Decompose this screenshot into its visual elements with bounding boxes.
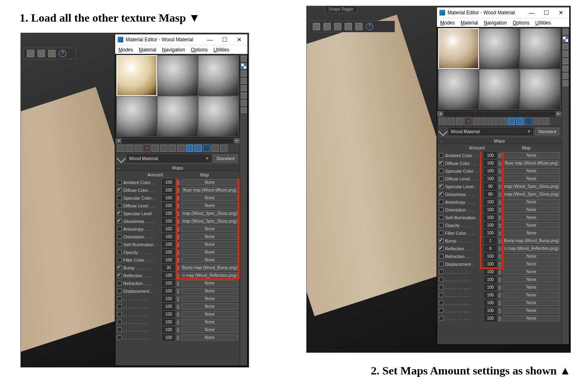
tool-icon[interactable] <box>508 118 515 125</box>
map-checkbox[interactable] <box>117 219 122 223</box>
slot-scrollbar[interactable]: ◄ ► <box>437 111 561 116</box>
map-slot-button[interactable]: None <box>503 214 560 220</box>
amount-field[interactable]: 100 <box>163 311 175 317</box>
menu-material[interactable]: Material <box>461 20 478 26</box>
spinner[interactable]: ▲▼ <box>176 234 180 240</box>
map-checkbox[interactable] <box>117 320 122 324</box>
map-slot-button[interactable]: None <box>503 269 560 275</box>
map-checkbox[interactable] <box>439 207 443 212</box>
map-checkbox[interactable] <box>117 312 122 316</box>
map-slot-button[interactable]: None <box>503 176 560 182</box>
amount-field[interactable]: 100 <box>163 257 175 263</box>
map-checkbox[interactable] <box>439 262 443 266</box>
map-slot-button[interactable]: map (Wood_Spec_Gloss.png) <box>503 191 560 197</box>
spinner[interactable]: ▲▼ <box>498 269 501 275</box>
side-icon[interactable] <box>241 78 247 84</box>
menu-modes[interactable]: Modes <box>440 20 455 26</box>
menu-modes[interactable]: Modes <box>118 47 133 53</box>
side-toolbar[interactable] <box>561 27 569 344</box>
side-icon[interactable] <box>241 71 247 76</box>
help-icon[interactable]: ? <box>59 50 66 57</box>
spinner[interactable]: ▲▼ <box>498 254 501 259</box>
delete-icon[interactable]: ✕ <box>465 118 472 125</box>
amount-field[interactable]: 100 <box>163 319 175 325</box>
amount-field[interactable]: 100 <box>484 214 497 220</box>
map-checkbox[interactable] <box>439 301 443 305</box>
map-checkbox[interactable] <box>439 285 443 290</box>
tool-icon[interactable] <box>151 145 159 152</box>
material-slot-6[interactable] <box>520 69 561 110</box>
material-slot-4[interactable] <box>438 69 479 110</box>
tool-icon[interactable] <box>448 118 455 125</box>
amount-field[interactable]: 100 <box>484 315 497 321</box>
spinner[interactable]: ▲▼ <box>176 257 180 263</box>
map-slot-button[interactable]: Bump map (Wood_Bump.png) <box>181 265 238 271</box>
tool-icon[interactable] <box>177 145 185 152</box>
amount-field[interactable]: 100 <box>484 292 497 298</box>
map-slot-button[interactable]: None <box>181 334 238 341</box>
toolbar-icon[interactable] <box>345 23 352 30</box>
menu-navigation[interactable]: Navigation <box>162 47 185 53</box>
tool-icon[interactable] <box>533 118 541 125</box>
spinner[interactable]: ▲▼ <box>498 277 501 283</box>
side-toolbar[interactable] <box>240 54 247 365</box>
tool-icon[interactable] <box>482 118 489 125</box>
rollout-maps-header[interactable]: Maps <box>437 137 561 144</box>
side-icon[interactable] <box>241 85 247 91</box>
amount-field[interactable]: 100 <box>163 195 175 201</box>
tool-icon[interactable] <box>194 145 202 152</box>
amount-field[interactable]: 100 <box>484 269 497 275</box>
minimize-button[interactable]: — <box>526 9 537 16</box>
spinner[interactable]: ▲▼ <box>176 312 180 317</box>
map-checkbox[interactable] <box>439 270 443 274</box>
map-slot-button[interactable]: None <box>503 276 560 283</box>
toolbar-icon[interactable] <box>355 23 363 30</box>
side-icon[interactable] <box>563 51 568 57</box>
close-button[interactable]: ✕ <box>234 36 245 43</box>
spinner[interactable]: ▲▼ <box>498 207 501 213</box>
map-checkbox[interactable] <box>439 184 443 189</box>
menu-material[interactable]: Material <box>139 47 156 53</box>
amount-field[interactable]: 100 <box>163 272 175 278</box>
map-checkbox[interactable] <box>117 196 122 200</box>
tool-icon[interactable] <box>473 118 481 125</box>
material-slot-3[interactable] <box>520 28 561 69</box>
toolbar-icon[interactable] <box>334 23 341 30</box>
amount-field[interactable]: 100 <box>163 226 175 232</box>
map-checkbox[interactable] <box>117 281 122 285</box>
scroll-right-icon[interactable]: ► <box>556 111 561 116</box>
spinner[interactable]: ▲▼ <box>498 230 501 236</box>
map-slot-button[interactable]: map (Wood_Spec_Gloss.png) <box>181 218 238 224</box>
map-checkbox[interactable] <box>439 176 443 181</box>
map-slot-button[interactable]: None <box>181 241 238 247</box>
amount-field[interactable]: 100 <box>163 187 175 193</box>
side-icon[interactable] <box>563 66 568 71</box>
map-checkbox[interactable] <box>117 188 122 192</box>
tool-icon[interactable] <box>542 118 549 125</box>
shader-type-button[interactable]: Standard <box>214 155 237 162</box>
menu-options[interactable]: Options <box>191 47 207 53</box>
amount-field[interactable]: 100 <box>484 253 497 259</box>
spinner[interactable]: ▲▼ <box>498 300 501 306</box>
material-toolbar[interactable]: ✕ <box>116 143 240 153</box>
maximize-button[interactable]: ☐ <box>541 9 552 16</box>
map-checkbox[interactable] <box>117 180 122 185</box>
amount-field[interactable]: 100 <box>163 249 175 255</box>
map-checkbox[interactable] <box>117 265 122 270</box>
spinner[interactable]: ▲▼ <box>176 226 180 232</box>
map-slot-button[interactable]: None <box>181 257 238 263</box>
amount-field[interactable]: 100 <box>484 222 497 228</box>
menu-utilities[interactable]: Utilities <box>535 20 551 26</box>
spinner[interactable]: ▲▼ <box>176 249 180 255</box>
material-slot-4[interactable] <box>116 96 157 137</box>
map-checkbox[interactable] <box>117 258 122 262</box>
map-checkbox[interactable] <box>117 250 122 254</box>
side-icon[interactable] <box>563 73 568 79</box>
tool-icon[interactable] <box>160 145 167 152</box>
tool-icon[interactable] <box>169 145 176 152</box>
spinner[interactable]: ▲▼ <box>176 187 180 193</box>
amount-field[interactable]: 8 <box>484 245 497 252</box>
amount-field[interactable]: 100 <box>484 199 497 205</box>
map-checkbox[interactable] <box>117 203 122 208</box>
spinner[interactable]: ▲▼ <box>176 211 180 216</box>
